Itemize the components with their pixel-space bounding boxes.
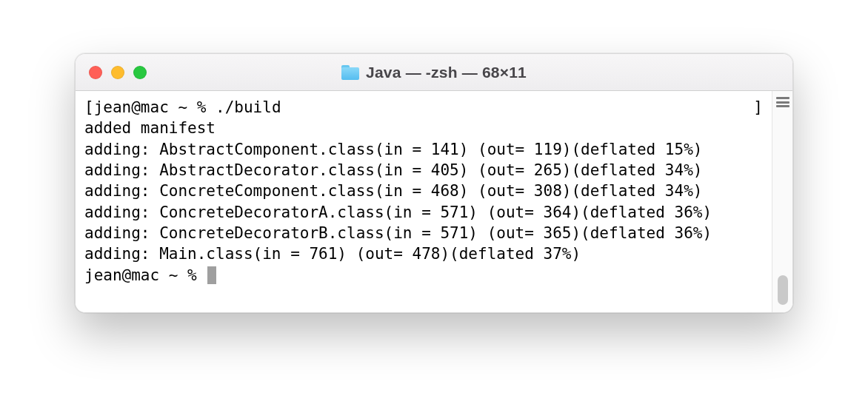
output-line: adding: ConcreteComponent.class(in = 468…: [84, 181, 763, 201]
window-title: Java — -zsh — 68×11: [366, 64, 527, 81]
output-line: adding: AbstractDecorator.class(in = 405…: [84, 160, 763, 181]
output-line: adding: Main.class(in = 761) (out= 478)(…: [84, 243, 763, 264]
output-line: added manifest: [84, 118, 763, 138]
prompt-close-bracket: ]: [753, 97, 763, 118]
output-line: adding: AbstractComponent.class(in = 141…: [84, 139, 763, 160]
prompt-open-bracket: [: [84, 98, 94, 116]
prompt-line-1: [jean@mac ~ % ./build]: [84, 97, 763, 118]
terminal-window: Java — -zsh — 68×11 [jean@mac ~ % ./buil…: [75, 53, 793, 313]
titlebar[interactable]: Java — -zsh — 68×11: [76, 54, 792, 91]
folder-icon: [341, 65, 359, 80]
zoom-button[interactable]: [133, 66, 147, 79]
minimize-button[interactable]: [111, 66, 124, 79]
output-line: adding: ConcreteDecoratorB.class(in = 57…: [84, 223, 763, 243]
prompt-line-2: jean@mac ~ %: [84, 265, 763, 286]
scrollbar-thumb[interactable]: [778, 275, 788, 305]
window-title-group: Java — -zsh — 68×11: [341, 64, 527, 81]
content-wrap: [jean@mac ~ % ./build]added manifestaddi…: [76, 91, 792, 312]
command-text: ./build: [216, 98, 281, 116]
terminal-content[interactable]: [jean@mac ~ % ./build]added manifestaddi…: [76, 91, 772, 312]
prompt-user-host: jean@mac ~ %: [94, 98, 216, 116]
sidebar: [772, 91, 792, 312]
close-button[interactable]: [89, 66, 102, 79]
cursor: [207, 266, 216, 284]
output-line: adding: ConcreteDecoratorA.class(in = 57…: [84, 202, 763, 223]
list-icon[interactable]: [776, 97, 789, 107]
prompt-user-host: jean@mac ~ %: [84, 266, 206, 284]
window-controls: [89, 66, 147, 79]
